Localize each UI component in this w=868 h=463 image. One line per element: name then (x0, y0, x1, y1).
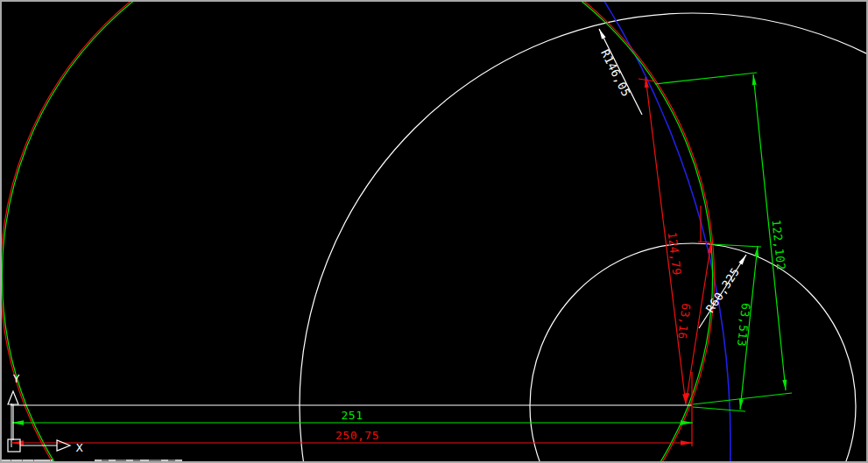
dim-text-251: 251 (342, 409, 363, 422)
cad-drawing-layer: R146,05 R60,325 124,79 63,16 63,513 122,… (0, 0, 868, 463)
cad-drawing-canvas[interactable]: R146,05 R60,325 124,79 63,16 63,513 122,… (0, 0, 868, 463)
ucs-y-label: Y (13, 372, 20, 385)
dim-text-250: 250,75 (335, 429, 379, 442)
ucs-x-label: X (76, 441, 83, 454)
canvas-background (0, 0, 868, 463)
